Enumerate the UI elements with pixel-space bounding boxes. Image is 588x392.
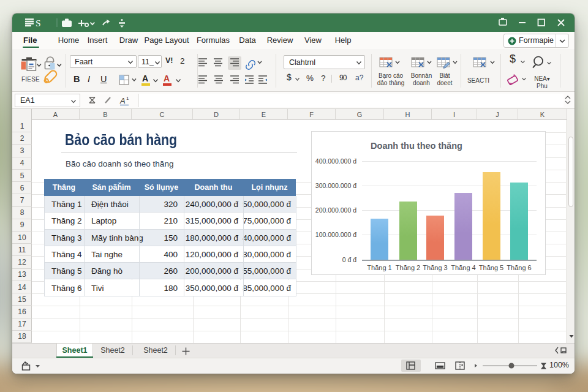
- svg-text:S: S: [36, 18, 41, 28]
- svg-text:FIESE: FIESE: [21, 76, 40, 83]
- svg-text:1: 1: [126, 96, 129, 101]
- svg-text:A: A: [119, 96, 126, 105]
